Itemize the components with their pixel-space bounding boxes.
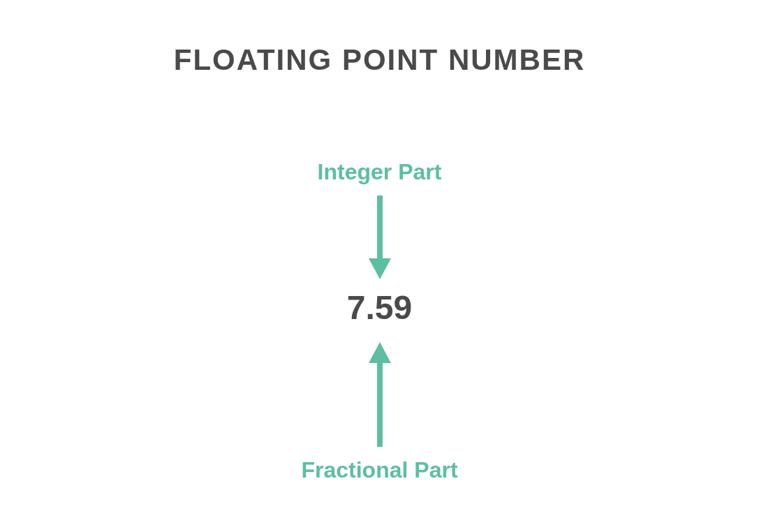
diagram-title: FLOATING POINT NUMBER [0,43,759,77]
svg-marker-1 [369,258,391,279]
float-number-value: 7.59 [0,288,759,327]
integer-part-label: Integer Part [0,159,759,185]
fractional-part-label: Fractional Part [0,457,759,483]
arrow-up-icon [366,342,394,450]
arrow-down-icon [366,195,394,282]
